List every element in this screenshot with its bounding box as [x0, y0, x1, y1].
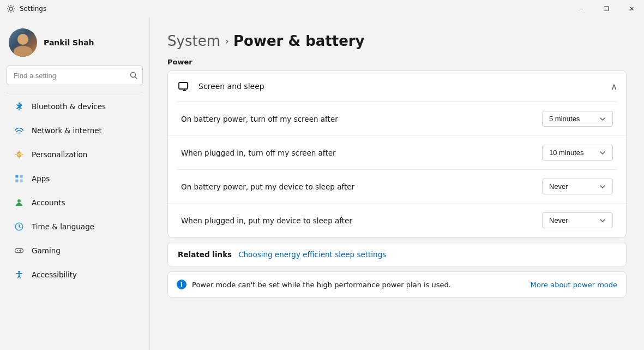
sidebar-item-network[interactable]: Network & internet	[4, 119, 145, 142]
title-bar-left: Settings	[7, 4, 46, 13]
chevron-down-icon	[599, 116, 606, 122]
sidebar-item-accessibility[interactable]: Accessibility	[4, 263, 145, 286]
card-row-2: On battery power, put my device to sleep…	[168, 170, 626, 203]
card-row-3: When plugged in, put my device to sleep …	[168, 203, 626, 237]
sidebar-label-accounts: Accounts	[32, 198, 65, 207]
app-body: Pankil Shah Bluetooth & devices	[0, 17, 644, 350]
search-box	[7, 66, 143, 85]
sidebar-label-accessibility: Accessibility	[32, 270, 77, 279]
breadcrumb-current: Power & battery	[233, 33, 365, 49]
related-links: Related links Choosing energy efficient …	[167, 242, 627, 267]
card-row-2-label: On battery power, put my device to sleep…	[181, 182, 354, 191]
dropdown-sleep-battery[interactable]: Never	[542, 179, 613, 194]
gaming-icon	[13, 245, 25, 257]
card-row-1: When plugged in, turn off my screen afte…	[168, 135, 626, 169]
personalization-icon	[13, 149, 25, 161]
info-banner-text: Power mode can't be set while the high p…	[192, 281, 525, 289]
accounts-icon	[13, 197, 25, 209]
sidebar-label-network: Network & internet	[32, 126, 102, 135]
sidebar-item-personalization[interactable]: Personalization	[4, 143, 145, 166]
power-section: Power Screen and sleep ∧	[150, 58, 644, 298]
content-area: System › Power & battery Power	[150, 17, 644, 350]
screen-sleep-title: Screen and sleep	[198, 82, 264, 91]
sidebar: Pankil Shah Bluetooth & devices	[0, 17, 150, 350]
minimize-button[interactable]: −	[569, 0, 594, 17]
svg-rect-7	[15, 180, 18, 182]
screen-sleep-card: Screen and sleep ∧ On battery power, tur…	[167, 70, 627, 238]
dropdown-screen-plugged[interactable]: 10 minutes	[542, 145, 613, 161]
search-input[interactable]	[7, 66, 143, 85]
chevron-down-icon	[599, 150, 606, 156]
dropdown-sleep-plugged[interactable]: Never	[542, 212, 613, 228]
dropdown-sleep-plugged-value: Never	[549, 216, 568, 224]
svg-rect-6	[20, 175, 23, 177]
chevron-down-icon	[599, 183, 606, 190]
svg-point-9	[17, 199, 21, 203]
card-row-0-label: On battery power, turn off my screen aft…	[181, 115, 338, 123]
dropdown-screen-battery-value: 5 minutes	[549, 115, 580, 123]
title-bar-controls: − ❐ ✕	[569, 0, 644, 17]
svg-rect-14	[179, 82, 188, 89]
app-title: Settings	[20, 5, 46, 13]
sidebar-label-apps: Apps	[32, 174, 50, 183]
dropdown-sleep-battery-value: Never	[549, 182, 568, 191]
info-banner-link[interactable]: More about power mode	[531, 281, 617, 289]
card-header-left: Screen and sleep	[177, 79, 264, 94]
svg-rect-8	[20, 180, 23, 182]
info-banner: i Power mode can't be set while the high…	[167, 271, 627, 298]
svg-rect-11	[15, 248, 23, 253]
svg-point-12	[17, 250, 18, 251]
sidebar-item-accounts[interactable]: Accounts	[4, 191, 145, 214]
sidebar-item-gaming[interactable]: Gaming	[4, 239, 145, 262]
close-button[interactable]: ✕	[619, 0, 644, 17]
screen-sleep-icon	[177, 79, 192, 94]
user-profile[interactable]: Pankil Shah	[0, 22, 149, 66]
section-title-power: Power	[167, 58, 627, 66]
dropdown-screen-battery[interactable]: 5 minutes	[542, 111, 613, 127]
settings-app-icon	[7, 4, 15, 13]
maximize-button[interactable]: ❐	[594, 0, 619, 17]
info-icon: i	[177, 280, 186, 289]
chevron-up-icon: ∧	[611, 81, 617, 92]
related-link-sleep[interactable]: Choosing energy efficient sleep settings	[238, 250, 386, 259]
sidebar-label-time: Time & language	[32, 222, 94, 231]
sidebar-item-apps[interactable]: Apps	[4, 167, 145, 190]
breadcrumb-parent: System	[167, 33, 220, 49]
screen-sleep-header[interactable]: Screen and sleep ∧	[168, 71, 626, 102]
avatar	[9, 28, 37, 57]
apps-icon	[13, 173, 25, 185]
svg-point-13	[18, 271, 20, 273]
sidebar-label-gaming: Gaming	[32, 246, 61, 255]
related-links-label: Related links	[178, 250, 232, 259]
svg-rect-5	[15, 175, 18, 177]
title-bar: Settings − ❐ ✕	[0, 0, 644, 17]
card-row-0: On battery power, turn off my screen aft…	[168, 102, 626, 135]
svg-point-0	[9, 7, 13, 10]
chevron-down-icon	[599, 217, 606, 224]
sidebar-label-bluetooth: Bluetooth & devices	[32, 102, 106, 111]
page-header: System › Power & battery	[150, 17, 644, 58]
card-row-3-label: When plugged in, put my device to sleep …	[181, 216, 352, 225]
svg-point-3	[19, 132, 20, 133]
accessibility-icon	[13, 269, 25, 281]
breadcrumb: System › Power & battery	[167, 33, 627, 49]
breadcrumb-separator: ›	[225, 34, 229, 48]
sidebar-divider	[7, 92, 143, 92]
sidebar-label-personalization: Personalization	[32, 150, 87, 159]
sidebar-item-bluetooth[interactable]: Bluetooth & devices	[4, 95, 145, 118]
sidebar-item-time[interactable]: Time & language	[4, 215, 145, 238]
time-icon	[13, 221, 25, 233]
dropdown-screen-plugged-value: 10 minutes	[549, 149, 584, 157]
network-icon	[13, 124, 25, 137]
bluetooth-icon	[13, 100, 25, 112]
user-name: Pankil Shah	[44, 38, 94, 47]
card-row-1-label: When plugged in, turn off my screen afte…	[181, 149, 336, 157]
